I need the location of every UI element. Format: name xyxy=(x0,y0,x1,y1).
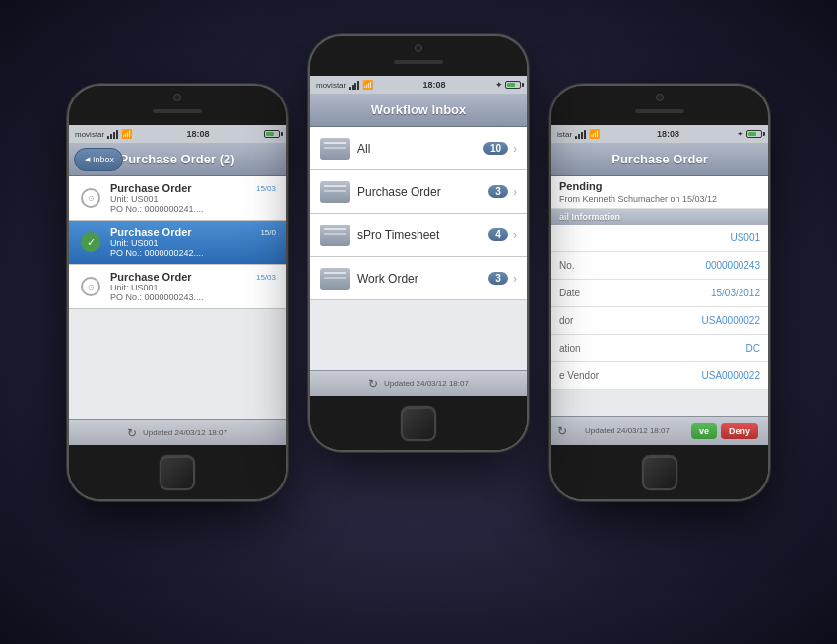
content-center: All 10 › Purchase Order 3 › sPro Timeshe… xyxy=(310,127,527,370)
workflow-icon-wo xyxy=(320,268,350,290)
list-item-3[interactable]: ⊙ Purchase Order Unit: US001 PO No.: 000… xyxy=(69,265,286,309)
workflow-badge-spro: 4 xyxy=(488,228,508,241)
chevron-all: › xyxy=(513,142,517,156)
item-sub1-3: Unit: US001 xyxy=(110,283,256,292)
workflow-item-spro[interactable]: sPro Timesheet 4 › xyxy=(310,214,527,257)
approve-deny-bar: ve Deny xyxy=(687,423,762,439)
detail-label-2: Date xyxy=(559,288,580,298)
time-right: 18:08 xyxy=(657,129,679,139)
back-button-left[interactable]: Inbox xyxy=(74,148,123,171)
workflow-badge-wo: 3 xyxy=(488,272,508,285)
workflow-item-wo[interactable]: Work Order 3 › xyxy=(310,257,527,300)
home-button-right[interactable] xyxy=(642,455,677,490)
wifi-icon-right: 📶 xyxy=(589,129,600,139)
item-title-3: Purchase Order xyxy=(110,271,256,283)
front-camera-left xyxy=(173,94,181,101)
wifi-icon-left: 📶 xyxy=(121,129,132,139)
from-text: From Kenneth Schumacher on 15/03/12 xyxy=(551,194,768,209)
signal-bars-left xyxy=(107,129,118,139)
nav-title-center: Workflow Inbox xyxy=(371,102,467,117)
refresh-icon-right[interactable]: ↻ xyxy=(557,424,567,438)
status-pending: Pending xyxy=(551,176,768,194)
speaker-grill-left xyxy=(153,109,202,113)
item-sub2-1: PO No.: 0000000241.... xyxy=(110,204,256,214)
workflow-label-wo: Work Order xyxy=(357,272,488,286)
carrier-center: movistar xyxy=(316,81,346,90)
signal-bars-center xyxy=(349,80,359,90)
chevron-wo: › xyxy=(513,272,517,286)
home-button-left[interactable] xyxy=(160,455,195,490)
bottom-bezel-right xyxy=(551,445,768,499)
wifi-icon-center: 📶 xyxy=(362,80,373,90)
battery-right xyxy=(746,130,762,138)
status-bar-right: istar 📶 18:08 ✦ xyxy=(551,125,768,143)
clock-icon-1: ⊙ xyxy=(81,188,100,208)
footer-right: ↻ Updated 24/03/12 18:07 ve Deny xyxy=(551,416,768,445)
clock-icon-3: ⊙ xyxy=(81,277,100,296)
footer-center: ↻ Updated 24/03/12 18:07 xyxy=(310,370,527,396)
phones-container: movistar 📶 18:08 xyxy=(49,27,788,617)
nav-bar-right: Purchase Order xyxy=(551,143,768,176)
check-icon-2: ✓ xyxy=(81,232,100,252)
detail-row-3: dor USA0000022 xyxy=(551,307,768,335)
footer-text-center: Updated 24/03/12 18:07 xyxy=(384,379,469,388)
list-item-1[interactable]: ⊙ Purchase Order Unit: US001 PO No.: 000… xyxy=(69,176,286,221)
workflow-badge-all: 10 xyxy=(483,142,508,155)
battery-center xyxy=(505,81,521,89)
detail-row-5: e Vendor USA0000022 xyxy=(551,362,768,390)
carrier-right: istar xyxy=(557,130,572,139)
nav-bar-center: Workflow Inbox xyxy=(310,94,527,127)
detail-value-5: USA0000022 xyxy=(702,370,761,381)
workflow-label-all: All xyxy=(357,142,483,156)
detail-value-3: USA0000022 xyxy=(702,315,761,326)
detail-value-4: DC xyxy=(746,343,760,354)
battery-left xyxy=(264,130,280,138)
content-right: Pending From Kenneth Schumacher on 15/03… xyxy=(551,176,768,416)
chevron-po: › xyxy=(513,185,517,199)
item-sub2-3: PO No.: 0000000243.... xyxy=(110,292,256,302)
front-camera-center xyxy=(415,44,422,52)
content-left: ⊙ Purchase Order Unit: US001 PO No.: 000… xyxy=(69,176,286,419)
list-item-2[interactable]: ✓ Purchase Order Unit: US001 PO No.: 000… xyxy=(69,221,286,265)
bottom-bezel-center xyxy=(310,396,527,450)
detail-value-1: 0000000243 xyxy=(705,260,760,271)
top-bezel-right xyxy=(551,86,768,125)
status-bar-center: movistar 📶 18:08 ✦ xyxy=(310,76,527,94)
nav-bar-left: Inbox Purchase Order (2) xyxy=(69,143,286,176)
detail-label-4: ation xyxy=(559,343,581,354)
approve-button[interactable]: ve xyxy=(691,423,717,439)
detail-row-2: Date 15/03/2012 xyxy=(551,280,768,307)
workflow-label-spro: sPro Timesheet xyxy=(357,228,488,242)
bottom-bezel-left xyxy=(69,445,286,499)
workflow-icon-all xyxy=(320,138,350,160)
home-button-center[interactable] xyxy=(401,406,436,441)
detail-value-2: 15/03/2012 xyxy=(711,288,760,298)
phone-left: movistar 📶 18:08 xyxy=(69,86,286,499)
workflow-item-all[interactable]: All 10 › xyxy=(310,127,527,170)
status-bar-left: movistar 📶 18:08 xyxy=(69,125,286,143)
item-date-3: 15/03 xyxy=(256,273,276,282)
item-date-2: 15/0 xyxy=(260,228,276,237)
workflow-icon-spro xyxy=(320,225,350,246)
detail-section-header: ail Information xyxy=(551,209,768,225)
nav-title-left: Purchase Order (2) xyxy=(119,152,234,166)
item-title-2: Purchase Order xyxy=(110,226,260,238)
screen-center: movistar 📶 18:08 ✦ xyxy=(310,76,527,396)
top-bezel-center xyxy=(310,36,527,76)
workflow-badge-po: 3 xyxy=(488,185,508,198)
bluetooth-icon-right: ✦ xyxy=(737,129,744,139)
screen-right: istar 📶 18:08 ✦ xyxy=(551,125,768,445)
signal-bars-right xyxy=(575,129,586,139)
footer-left: ↻ Updated 24/03/12 18:07 xyxy=(69,419,286,445)
workflow-item-po[interactable]: Purchase Order 3 › xyxy=(310,170,527,214)
detail-row-1: No. 0000000243 xyxy=(551,252,768,280)
refresh-icon-center[interactable]: ↻ xyxy=(368,377,378,391)
item-sub1-1: Unit: US001 xyxy=(110,194,256,204)
detail-value-0: US001 xyxy=(730,232,760,243)
top-bezel-left xyxy=(69,86,286,125)
bluetooth-icon-center: ✦ xyxy=(495,80,503,90)
deny-button[interactable]: Deny xyxy=(721,423,758,439)
detail-row-4: ation DC xyxy=(551,335,768,362)
chevron-spro: › xyxy=(513,228,517,242)
refresh-icon-left[interactable]: ↻ xyxy=(127,426,137,440)
